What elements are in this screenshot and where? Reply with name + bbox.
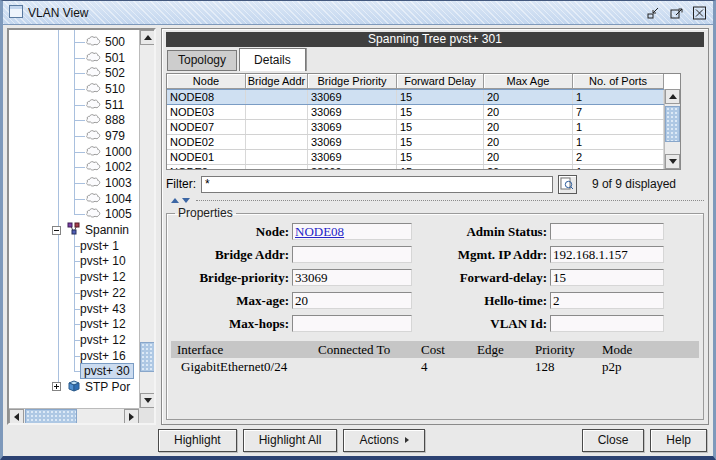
table-row[interactable]: NODE013306915202 (167, 150, 664, 165)
tree-vertical-scrollbar[interactable] (139, 30, 154, 408)
tree-item-vlan[interactable]: 501 (9, 50, 139, 66)
scrollbar-corner (139, 408, 154, 423)
tree-item-pvst[interactable]: pvst+ 1 (9, 238, 139, 254)
cell-forward-delay: 15 (397, 165, 484, 169)
field-value-node[interactable]: NODE08 (292, 223, 412, 240)
tree-item-pvst-selected[interactable]: pvst+ 30 (9, 363, 139, 379)
tree-item-pvst[interactable]: pvst+ 12 (9, 269, 139, 285)
expand-icon[interactable] (52, 382, 61, 391)
tree-item-vlan[interactable]: 888 (9, 112, 139, 128)
filter-search-icon[interactable] (558, 175, 577, 194)
highlight-all-button[interactable]: Highlight All (243, 429, 338, 452)
column-header[interactable]: No. of Ports (573, 74, 664, 88)
scroll-up-icon[interactable] (665, 89, 680, 104)
table-row[interactable]: NODE033306915207 (167, 105, 664, 120)
filter-label: Filter: (166, 177, 196, 191)
tree-item-label: 888 (105, 113, 125, 127)
field-value-vlan-id[interactable] (550, 315, 664, 332)
split-divider[interactable] (166, 196, 704, 205)
tree-item-vlan[interactable]: 1002 (9, 160, 139, 176)
table-row[interactable]: NODE083306915201 (167, 89, 664, 105)
scrollbar-thumb[interactable] (140, 342, 155, 372)
field-value-max-age[interactable]: 20 (292, 292, 412, 309)
tree-item-vlan[interactable]: 979 (9, 128, 139, 144)
scroll-down-icon[interactable] (140, 393, 155, 408)
column-header[interactable]: Bridge Priority (308, 74, 397, 88)
table-vertical-scrollbar[interactable] (664, 89, 680, 169)
interface-row[interactable]: GigabitEthernet0/24 4 128 p2p (171, 358, 699, 376)
maximize-icon[interactable] (667, 4, 685, 21)
field-value-bridge-priority[interactable]: 33069 (292, 269, 412, 286)
tree-item-pvst[interactable]: pvst+ 43 (9, 301, 139, 317)
field-value-forward-delay[interactable]: 15 (550, 269, 664, 286)
help-button[interactable]: Help (650, 429, 707, 452)
tree-item-vlan[interactable]: 500 (9, 34, 139, 50)
tree-item-pvst[interactable]: pvst+ 12 (9, 316, 139, 332)
scrollbar-thumb[interactable] (25, 409, 77, 424)
tree-item-spanning-tree[interactable]: Spannin (9, 222, 139, 238)
divider-line[interactable] (196, 200, 704, 201)
field-label-max-age: Max-age: (171, 293, 289, 309)
scroll-down-icon[interactable] (665, 154, 680, 169)
column-header[interactable]: Forward Delay (397, 74, 484, 88)
field-value-hello-time[interactable]: 2 (550, 292, 664, 309)
highlight-button[interactable]: Highlight (158, 429, 237, 452)
field-value-max-hops[interactable] (292, 315, 412, 332)
tree-item-vlan[interactable]: 510 (9, 81, 139, 97)
titlebar[interactable]: VLAN View (3, 1, 713, 25)
scroll-up-icon[interactable] (140, 30, 155, 45)
spanning-tree-icon (66, 222, 81, 238)
field-value-bridge-addr[interactable] (292, 246, 412, 263)
expand-up-icon[interactable] (171, 198, 179, 203)
tree-item-vlan[interactable]: 502 (9, 65, 139, 81)
tree-item-vlan[interactable]: 1003 (9, 175, 139, 191)
column-header[interactable]: Max Age (484, 74, 573, 88)
table-row[interactable]: NODE23306915201 (167, 165, 664, 169)
scroll-left-icon[interactable] (9, 409, 24, 424)
cell-forward-delay: 15 (397, 105, 484, 119)
interface-table-header: Interface Connected To Cost Edge Priorit… (171, 341, 699, 358)
tree-item-label: 511 (105, 98, 124, 112)
column-header: Mode (600, 342, 699, 358)
close-button[interactable]: Close (582, 429, 645, 452)
tree-item-vlan[interactable]: 1004 (9, 191, 139, 207)
field-value-mgmt-ip[interactable]: 192.168.1.157 (550, 246, 664, 263)
cell-bridge-priority: 33069 (308, 105, 397, 119)
tree-item-label: pvst+ 10 (80, 254, 126, 268)
tree-item-pvst[interactable]: pvst+ 12 (9, 332, 139, 348)
column-header[interactable]: Node (167, 74, 246, 88)
tree-horizontal-scrollbar[interactable] (9, 408, 139, 423)
tree-item-vlan[interactable]: 511 (9, 97, 139, 113)
tree-item-pvst[interactable]: pvst+ 16 (9, 348, 139, 364)
vlan-tree[interactable]: 500 501 502 510 511 888 979 1000 1002 10… (9, 30, 139, 408)
field-value-admin-status[interactable] (550, 223, 664, 240)
table-row[interactable]: NODE073306915201 (167, 120, 664, 135)
tree-item-pvst[interactable]: pvst+ 22 (9, 285, 139, 301)
collapse-icon[interactable] (52, 226, 61, 235)
column-header[interactable]: Bridge Addr (246, 74, 308, 88)
cloud-icon (85, 51, 101, 65)
node-table-header[interactable]: Node Bridge Addr Bridge Priority Forward… (167, 74, 664, 89)
tree-item-pvst[interactable]: pvst+ 10 (9, 254, 139, 270)
filter-input[interactable] (201, 176, 553, 193)
close-icon[interactable] (690, 4, 708, 21)
tree-item-stp-ports[interactable]: STP Por (9, 379, 139, 395)
cell-node: NODE02 (167, 135, 246, 149)
cell-bridge-addr (246, 90, 308, 104)
node-link[interactable]: NODE08 (295, 224, 344, 239)
minimize-icon[interactable] (644, 4, 662, 21)
tree-item-vlan[interactable]: 1000 (9, 144, 139, 160)
scroll-right-icon[interactable] (124, 409, 139, 424)
tree-item-vlan[interactable]: 1005 (9, 207, 139, 223)
tab-details[interactable]: Details (239, 48, 306, 71)
field-label-max-hops: Max-hops: (171, 316, 289, 332)
field-label-admin-status: Admin Status: (415, 224, 547, 240)
tree-item-label: pvst+ 30 (80, 363, 134, 379)
field-label-node: Node: (171, 224, 289, 240)
scrollbar-thumb[interactable] (665, 106, 680, 142)
actions-button[interactable]: Actions (343, 429, 424, 452)
collapse-down-icon[interactable] (182, 198, 190, 203)
table-row[interactable]: NODE023306915201 (167, 135, 664, 150)
field-label-mgmt-ip: Mgmt. IP Addr: (415, 247, 547, 263)
tab-topology[interactable]: Topology (167, 50, 237, 71)
